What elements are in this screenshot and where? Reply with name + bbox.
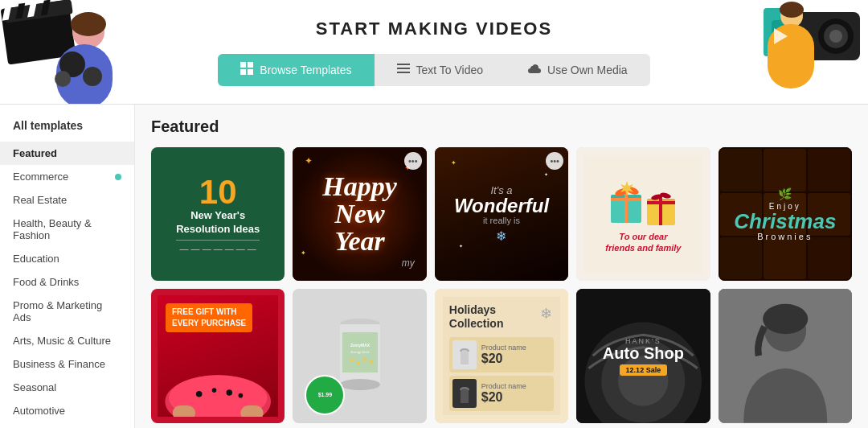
section-title: Featured <box>151 117 852 136</box>
svg-rect-12 <box>240 62 246 68</box>
svg-rect-15 <box>248 69 253 75</box>
svg-rect-48 <box>173 405 195 417</box>
template-card-christmas-brownies[interactable]: 🌿 Enjoy Christmas Brownies <box>719 147 852 281</box>
tab-browse-templates[interactable]: Browse Templates <box>218 54 374 86</box>
svg-text:Energy Drink: Energy Drink <box>350 350 369 354</box>
svg-point-27 <box>780 2 804 18</box>
sidebar-heading: All templates <box>0 113 134 142</box>
svg-point-47 <box>239 393 244 398</box>
content-area: Featured 10 New Year'sResolution Ideas —… <box>135 105 868 428</box>
template-card-energy-drink[interactable]: ZestyMAX Energy Drink $1.99 <box>293 289 426 422</box>
template-card-person[interactable] <box>719 289 852 422</box>
template-card-happy-new-year[interactable]: ••• ✦ ✦ ✦ Happy New Year my <box>293 147 426 281</box>
svg-rect-18 <box>397 72 410 73</box>
page-title: START MAKING VIDEOS <box>316 19 552 39</box>
svg-point-59 <box>370 360 373 364</box>
svg-rect-14 <box>240 69 246 75</box>
sidebar-item-promo[interactable]: Promo & Marketing Ads <box>0 294 134 329</box>
svg-rect-31 <box>624 191 628 223</box>
sidebar: All templates Featured Ecommerce Real Es… <box>0 105 135 428</box>
sidebar-item-seasonal[interactable]: Seasonal <box>0 376 134 399</box>
svg-rect-37 <box>659 195 662 225</box>
templates-grid: 10 New Year'sResolution Ideas — — — — — … <box>151 147 852 423</box>
tab-text-to-video[interactable]: Text To Video <box>375 54 506 86</box>
svg-point-8 <box>71 12 106 36</box>
lines-icon <box>397 62 410 78</box>
sidebar-item-featured[interactable]: Featured <box>0 142 134 165</box>
svg-rect-13 <box>248 62 253 68</box>
ecommerce-dot <box>115 174 121 180</box>
header: START MAKING VIDEOS Browse Templates Tex… <box>0 0 868 105</box>
sidebar-item-real-estate[interactable]: Real Estate <box>0 188 134 212</box>
card-badge: ••• <box>404 152 422 170</box>
template-card-gift[interactable]: To our dearfriends and family <box>576 147 710 281</box>
sidebar-item-automotive[interactable]: Automotive <box>0 399 134 422</box>
svg-rect-49 <box>240 405 263 417</box>
svg-point-45 <box>212 388 217 393</box>
template-card-new-years-resolutions[interactable]: 10 New Year'sResolution Ideas — — — — — … <box>151 147 285 281</box>
svg-point-52 <box>340 379 380 390</box>
template-card-auto-shop[interactable]: HANK'S Auto Shop 12.12 Sale <box>576 289 710 422</box>
svg-rect-16 <box>397 64 410 65</box>
main-layout: All templates Featured Ecommerce Real Es… <box>0 105 868 428</box>
sidebar-item-food[interactable]: Food & Drinks <box>0 270 134 294</box>
svg-point-46 <box>227 389 233 396</box>
svg-point-57 <box>357 361 360 364</box>
svg-text:ZestyMAX: ZestyMAX <box>350 343 371 348</box>
svg-rect-32 <box>611 198 641 201</box>
header-right-decoration <box>723 0 868 105</box>
template-card-holidays-collection[interactable]: ❄ HolidaysCollection Product name $20 <box>435 289 568 422</box>
svg-point-65 <box>763 304 808 334</box>
header-left-decoration <box>0 0 145 105</box>
template-card-wonderful[interactable]: ••• ✦ ✦ ✦ It's a Wonderful it really is <box>435 147 568 281</box>
sidebar-item-education[interactable]: Education <box>0 247 134 270</box>
svg-point-56 <box>350 359 354 362</box>
sidebar-item-health[interactable]: Health, Beauty & Fashion <box>0 212 134 247</box>
svg-point-10 <box>83 67 102 86</box>
template-card-free-gift[interactable]: FREE GIFT WITHEVERY PURCHASE <box>151 289 285 422</box>
tab-use-own-media[interactable]: Use Own Media <box>506 54 650 86</box>
sidebar-item-business[interactable]: Business & Finance <box>0 352 134 376</box>
tabs-container: Browse Templates Text To Video Use Own M… <box>218 54 649 86</box>
svg-rect-38 <box>647 201 675 204</box>
svg-point-23 <box>829 30 842 43</box>
svg-point-44 <box>196 391 203 397</box>
svg-point-11 <box>55 71 71 87</box>
grid-icon <box>240 62 253 78</box>
cloud-icon <box>528 62 541 78</box>
sidebar-item-ecommerce[interactable]: Ecommerce <box>0 165 134 188</box>
header-center: START MAKING VIDEOS Browse Templates Tex… <box>218 19 649 86</box>
sidebar-item-arts[interactable]: Arts, Music & Culture <box>0 329 134 352</box>
svg-point-58 <box>363 358 366 361</box>
svg-rect-17 <box>397 68 410 69</box>
